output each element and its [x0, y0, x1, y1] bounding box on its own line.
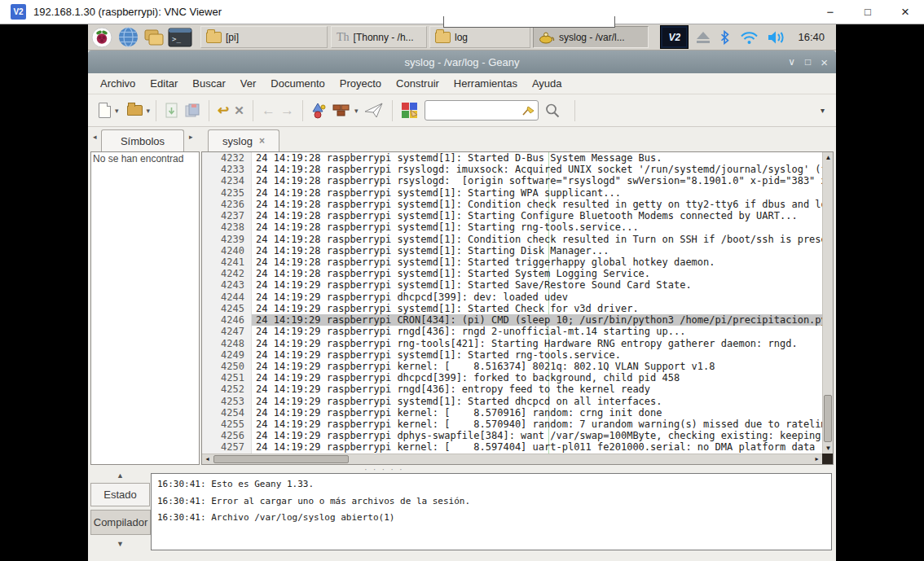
- menu-ayuda[interactable]: Ayuda: [525, 73, 570, 94]
- build-button[interactable]: [332, 100, 350, 121]
- eject-icon[interactable]: [697, 32, 710, 43]
- navigate-forward-button[interactable]: →: [280, 100, 294, 121]
- search-input[interactable]: [429, 102, 518, 119]
- line-number: 4236: [202, 199, 251, 210]
- new-file-button[interactable]: [99, 100, 111, 121]
- log-line: 24 14:19:29 raspberrypi kernel: [ 8.5709…: [252, 419, 822, 430]
- sidebar-tab-scroll-left[interactable]: ◂: [93, 133, 97, 141]
- scroll-up-arrow[interactable]: ▲: [823, 152, 834, 163]
- editor: 4232423342344235423642374238423942404241…: [201, 151, 834, 465]
- scroll-down-arrow[interactable]: ▼: [823, 443, 834, 454]
- raspberry-icon: [91, 27, 112, 48]
- build-dropdown[interactable]: ▾: [354, 107, 359, 115]
- tab-close-icon[interactable]: ×: [259, 135, 265, 147]
- message-tabs-scroll-down[interactable]: ▼: [90, 540, 150, 548]
- line-number: 4244: [202, 291, 251, 303]
- vertical-scrollbar-thumb[interactable]: [824, 395, 832, 442]
- log-line: 24 14:19:28 raspberrypi rsyslogd: [origi…: [252, 175, 822, 186]
- editor-text-area[interactable]: 24 14:19:28 raspberrypi systemd[1]: Star…: [252, 152, 822, 454]
- taskbar-window-log-label: log: [455, 32, 468, 43]
- shade-button[interactable]: ∨: [788, 56, 795, 68]
- menu-buscar[interactable]: Buscar: [185, 73, 232, 94]
- save-all-button[interactable]: [184, 100, 200, 121]
- symbols-panel: No se han encontrad: [90, 151, 200, 465]
- sidebar-tab-scroll-right[interactable]: ▸: [189, 133, 193, 141]
- geany-icon: [539, 31, 555, 44]
- menu-herramientas[interactable]: Herramientas: [447, 73, 525, 94]
- web-browser-button[interactable]: [116, 26, 140, 49]
- message-tabs-scroll-up[interactable]: ▲: [90, 471, 150, 480]
- raspberry-menu-button[interactable]: [90, 26, 114, 49]
- scroll-right-arrow[interactable]: ▸: [812, 454, 822, 465]
- reload-button[interactable]: ↩: [218, 100, 229, 121]
- line-number: 4243: [202, 279, 251, 291]
- run-button[interactable]: [364, 100, 384, 121]
- close-document-icon: ✕: [234, 103, 244, 118]
- menu-documento[interactable]: Documento: [263, 73, 332, 94]
- editor-gutter: 4232423342344235423642374238423942404241…: [202, 152, 252, 454]
- clear-broom-icon[interactable]: [521, 104, 535, 117]
- horizontal-scrollbar[interactable]: ◂ ▸: [202, 454, 822, 464]
- open-file-dropdown[interactable]: ▾: [147, 107, 151, 115]
- menu-proyecto[interactable]: Proyecto: [332, 73, 389, 94]
- menu-ver[interactable]: Ver: [233, 73, 264, 94]
- find-button[interactable]: [544, 100, 561, 121]
- taskbar-window-log[interactable]: log: [429, 26, 530, 48]
- line-number: 4247: [202, 326, 251, 337]
- menu-editar[interactable]: Editar: [143, 73, 185, 94]
- log-line: 24 14:19:28 raspberrypi systemd[1]: Star…: [252, 245, 822, 256]
- folder-icon: [206, 32, 222, 43]
- line-number: 4254: [202, 407, 251, 419]
- file-manager-button[interactable]: [142, 26, 166, 49]
- wifi-icon[interactable]: [740, 30, 759, 45]
- paper-plane-icon: [364, 103, 384, 119]
- menu-construir[interactable]: Construir: [389, 73, 447, 94]
- tab-compilador[interactable]: Compilador: [90, 510, 151, 535]
- terminal-button[interactable]: >_: [168, 26, 192, 49]
- maximize-button[interactable]: □: [849, 0, 887, 24]
- bluetooth-icon[interactable]: [719, 30, 731, 45]
- close-document-button[interactable]: ✕: [234, 100, 244, 121]
- log-line: 24 14:19:29 raspberrypi rngd[436]: entro…: [252, 383, 822, 395]
- vnc-tray-icon[interactable]: V2: [661, 26, 688, 48]
- color-chooser-button[interactable]: [401, 100, 419, 121]
- open-file-button[interactable]: [127, 100, 143, 121]
- log-line: 24 14:19:28 raspberrypi rsyslogd: imuxso…: [252, 164, 822, 175]
- menu-archivo[interactable]: Archivo: [93, 73, 143, 94]
- log-line: 24 14:19:29 raspberrypi dhcpcd[399]: for…: [252, 372, 822, 383]
- log-line: 24 14:19:29 raspberrypi systemd[1]: Star…: [252, 396, 822, 407]
- minimize-button[interactable]: −: [812, 0, 849, 24]
- horizontal-scrollbar-thumb[interactable]: [213, 455, 349, 463]
- volume-icon[interactable]: [768, 30, 787, 45]
- close-button[interactable]: ×: [821, 55, 828, 69]
- vertical-scrollbar[interactable]: ▲ ▼: [822, 152, 833, 454]
- log-line: 24 14:19:29 raspberrypi systemd[1]: Star…: [252, 279, 822, 291]
- line-number: 4255: [202, 419, 251, 430]
- scroll-left-arrow[interactable]: ◂: [202, 454, 213, 465]
- geany-titlebar[interactable]: syslog - /var/log - Geany ∨ □ ×: [88, 50, 836, 73]
- toolbar-overflow-button[interactable]: ▾: [821, 106, 825, 115]
- clock[interactable]: 16:40: [798, 31, 825, 43]
- tab-estado[interactable]: Estado: [90, 483, 150, 506]
- log-line: 24 14:19:29 raspberrypi kernel: [ 8.5163…: [252, 361, 822, 372]
- taskbar-window-syslog[interactable]: syslog - /var/l...: [533, 26, 649, 48]
- compile-button[interactable]: [311, 100, 328, 121]
- save-button[interactable]: [165, 100, 179, 121]
- new-file-dropdown[interactable]: ▾: [115, 107, 119, 115]
- line-number: 4256: [202, 430, 251, 441]
- file-manager-icon: [143, 28, 165, 47]
- taskbar-window-thonny-label: [Thonny - /h...: [354, 32, 414, 43]
- tab-simbolos[interactable]: Símbolos: [101, 129, 184, 151]
- taskbar-window-thonny[interactable]: Th [Thonny - /h...: [331, 26, 427, 48]
- log-line: 24 14:19:29 raspberrypi dphys-swapfile[3…: [252, 430, 822, 441]
- close-button[interactable]: ×: [887, 0, 924, 24]
- log-line: 24 14:19:29 raspberrypi rngd[436]: rngd …: [252, 326, 822, 337]
- maximize-button[interactable]: □: [805, 56, 811, 68]
- taskbar-window-pi[interactable]: [pi]: [200, 26, 328, 48]
- log-line: 24 14:19:29 raspberrypi systemd[1]: Star…: [252, 303, 822, 314]
- tab-syslog[interactable]: syslog ×: [208, 129, 279, 151]
- search-entry[interactable]: [425, 100, 539, 121]
- navigate-back-button[interactable]: ←: [262, 100, 275, 121]
- magnifier-icon: [544, 103, 561, 119]
- thonny-icon: Th: [337, 31, 350, 44]
